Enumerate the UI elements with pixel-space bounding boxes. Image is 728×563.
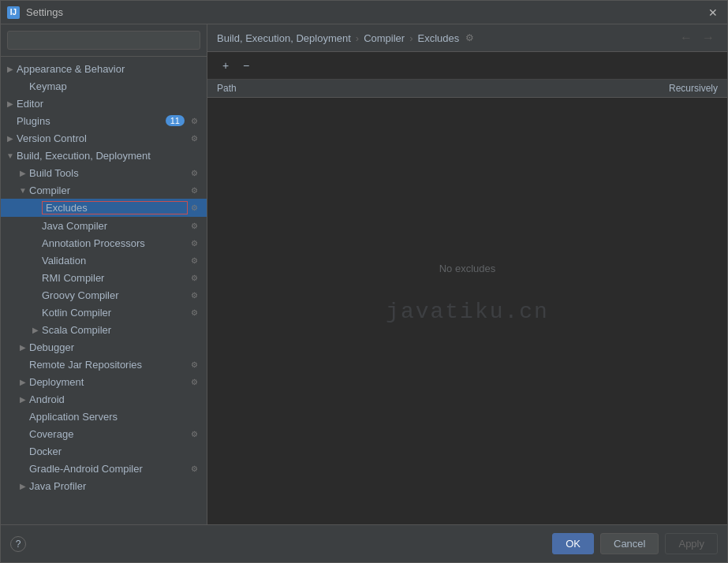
sidebar-item-label: RMI Compiler bbox=[42, 272, 188, 284]
footer-buttons: OK Cancel Apply bbox=[552, 533, 718, 554]
sidebar-item-label: Groovy Compiler bbox=[42, 289, 188, 301]
arrow-icon bbox=[29, 254, 42, 267]
settings-icon: ⚙ bbox=[188, 237, 200, 249]
breadcrumb-settings-button[interactable]: ⚙ bbox=[465, 32, 474, 43]
sidebar-item-java-compiler[interactable]: Java Compiler ⚙ bbox=[1, 217, 207, 234]
help-button[interactable]: ? bbox=[10, 536, 26, 552]
arrow-icon bbox=[29, 289, 42, 301]
sidebar-item-validation[interactable]: Validation ⚙ bbox=[1, 252, 207, 269]
sidebar-item-docker[interactable]: Docker bbox=[1, 442, 207, 460]
sidebar-item-label: Editor bbox=[17, 98, 200, 110]
sidebar-item-label: Appearance & Behavior bbox=[17, 63, 200, 75]
search-box bbox=[1, 24, 207, 57]
sidebar-item-keymap[interactable]: Keymap bbox=[1, 77, 207, 95]
arrow-icon bbox=[17, 80, 29, 92]
sidebar-item-label: Keymap bbox=[29, 80, 200, 92]
settings-icon: ⚙ bbox=[188, 289, 200, 301]
cancel-button[interactable]: Cancel bbox=[600, 533, 659, 554]
arrow-icon: ▶ bbox=[4, 62, 17, 75]
settings-icon: ⚙ bbox=[188, 184, 200, 196]
title-bar: IJ Settings ✕ bbox=[1, 1, 727, 24]
sidebar-item-label: Android bbox=[29, 393, 200, 405]
search-input[interactable] bbox=[7, 31, 200, 50]
sidebar-tree: ▶ Appearance & Behavior Keymap ▶ Editor … bbox=[1, 57, 207, 524]
arrow-icon bbox=[29, 237, 42, 249]
arrow-icon: ▶ bbox=[17, 479, 29, 492]
sidebar-item-gradle-android-compiler[interactable]: Gradle-Android Compiler ⚙ bbox=[1, 460, 207, 477]
sidebar-item-build-tools[interactable]: ▶ Build Tools ⚙ bbox=[1, 164, 207, 181]
sidebar-item-label: Excludes bbox=[42, 201, 188, 214]
sidebar-item-build-execution-deployment[interactable]: ▼ Build, Execution, Deployment bbox=[1, 147, 207, 164]
breadcrumb-item-3: Excludes bbox=[418, 32, 460, 44]
sidebar-item-java-profiler[interactable]: ▶ Java Profiler bbox=[1, 477, 207, 494]
sidebar-item-annotation-processors[interactable]: Annotation Processors ⚙ bbox=[1, 234, 207, 252]
arrow-icon: ▶ bbox=[4, 97, 17, 110]
arrow-icon bbox=[17, 462, 29, 475]
arrow-icon bbox=[17, 427, 29, 440]
breadcrumb-item-1[interactable]: Build, Execution, Deployment bbox=[217, 32, 351, 44]
breadcrumb-item-2[interactable]: Compiler bbox=[364, 32, 405, 44]
sidebar-item-debugger[interactable]: ▶ Debugger bbox=[1, 338, 207, 356]
arrow-icon: ▶ bbox=[17, 166, 29, 179]
sidebar-item-deployment[interactable]: ▶ Deployment ⚙ bbox=[1, 373, 207, 390]
arrow-icon bbox=[29, 271, 42, 284]
arrow-icon bbox=[29, 202, 42, 214]
sidebar-item-label: Application Servers bbox=[29, 411, 200, 423]
breadcrumb-sep-1: › bbox=[356, 32, 359, 44]
settings-icon: ⚙ bbox=[188, 114, 200, 127]
watermark: javatiku.cn bbox=[386, 299, 549, 323]
sidebar-item-label: Plugins bbox=[17, 115, 166, 127]
sidebar-item-kotlin-compiler[interactable]: Kotlin Compiler ⚙ bbox=[1, 304, 207, 321]
watermark-text: javatiku.cn bbox=[386, 299, 549, 323]
breadcrumb-sep-2: › bbox=[409, 32, 413, 44]
nav-forward-button[interactable]: → bbox=[699, 31, 718, 45]
sidebar-item-android[interactable]: ▶ Android bbox=[1, 390, 207, 408]
content-toolbar: + − bbox=[207, 52, 727, 80]
sidebar-item-coverage[interactable]: Coverage ⚙ bbox=[1, 425, 207, 442]
content-main: No excludes javatiku.cn bbox=[207, 98, 727, 524]
sidebar-item-version-control[interactable]: ▶ Version Control ⚙ bbox=[1, 129, 207, 147]
sidebar-item-label: Version Control bbox=[17, 132, 188, 144]
sidebar-item-label: Java Profiler bbox=[29, 480, 200, 492]
sidebar-item-label: Remote Jar Repositories bbox=[29, 359, 188, 371]
sidebar-item-remote-jar-repositories[interactable]: Remote Jar Repositories ⚙ bbox=[1, 356, 207, 373]
arrow-icon: ▶ bbox=[4, 132, 17, 144]
add-button[interactable]: + bbox=[217, 57, 234, 74]
app-icon: IJ bbox=[7, 6, 20, 19]
sidebar-item-application-servers[interactable]: Application Servers bbox=[1, 408, 207, 425]
settings-icon: ⚙ bbox=[188, 132, 200, 144]
sidebar-item-label: Scala Compiler bbox=[42, 324, 200, 336]
settings-window: IJ Settings ✕ ▶ Appearance & Behavior Ke… bbox=[0, 0, 728, 563]
window-title: Settings bbox=[26, 6, 705, 18]
arrow-icon: ▶ bbox=[17, 393, 29, 405]
sidebar: ▶ Appearance & Behavior Keymap ▶ Editor … bbox=[1, 24, 207, 524]
sidebar-item-editor[interactable]: ▶ Editor bbox=[1, 95, 207, 112]
sidebar-item-compiler[interactable]: ▼ Compiler ⚙ bbox=[1, 181, 207, 199]
column-path: Path bbox=[217, 83, 468, 94]
nav-back-button[interactable]: ← bbox=[677, 31, 696, 45]
sidebar-item-rmi-compiler[interactable]: RMI Compiler ⚙ bbox=[1, 269, 207, 286]
apply-button[interactable]: Apply bbox=[665, 533, 718, 554]
sidebar-item-label: Build Tools bbox=[29, 167, 188, 179]
arrow-icon: ▼ bbox=[17, 184, 29, 196]
arrow-icon bbox=[29, 306, 42, 319]
sidebar-item-excludes[interactable]: Excludes ⚙ bbox=[1, 199, 207, 217]
settings-icon: ⚙ bbox=[188, 254, 200, 267]
empty-state-text: No excludes bbox=[439, 263, 496, 274]
sidebar-item-scala-compiler[interactable]: ▶ Scala Compiler bbox=[1, 321, 207, 338]
settings-icon: ⚙ bbox=[188, 462, 200, 475]
sidebar-item-label: Kotlin Compiler bbox=[42, 307, 188, 319]
settings-icon: ⚙ bbox=[188, 219, 200, 232]
arrow-icon bbox=[29, 219, 42, 232]
breadcrumb-bar: Build, Execution, Deployment › Compiler … bbox=[207, 24, 727, 52]
sidebar-item-plugins[interactable]: Plugins 11 ⚙ bbox=[1, 112, 207, 129]
sidebar-item-appearance-behavior[interactable]: ▶ Appearance & Behavior bbox=[1, 60, 207, 77]
column-recursively: Recursively bbox=[468, 83, 719, 94]
arrow-icon bbox=[17, 445, 29, 457]
main-body: ▶ Appearance & Behavior Keymap ▶ Editor … bbox=[1, 24, 727, 524]
sidebar-item-groovy-compiler[interactable]: Groovy Compiler ⚙ bbox=[1, 286, 207, 304]
arrow-icon: ▼ bbox=[4, 149, 17, 162]
ok-button[interactable]: OK bbox=[552, 533, 594, 554]
remove-button[interactable]: − bbox=[237, 57, 255, 74]
close-button[interactable]: ✕ bbox=[705, 6, 721, 19]
